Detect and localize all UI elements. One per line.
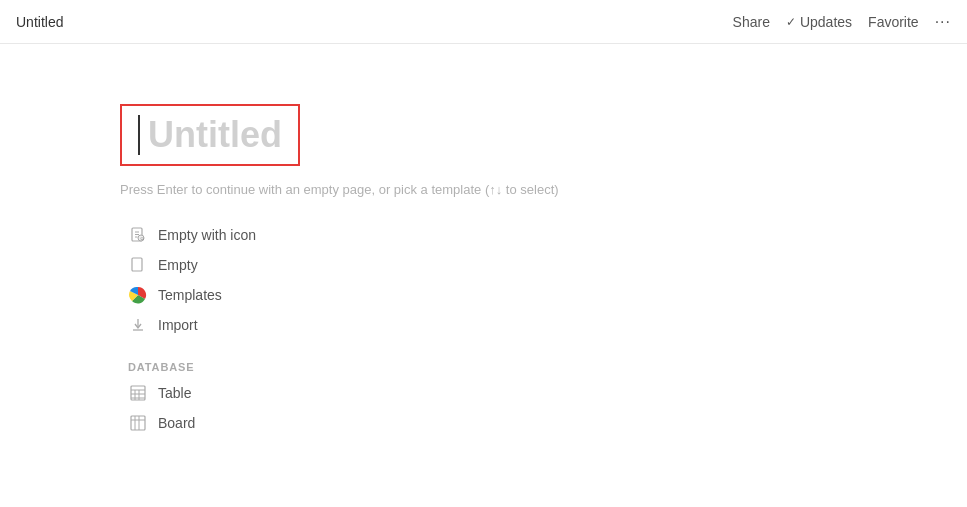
top-bar-right: Share ✓ Updates Favorite ··· bbox=[733, 13, 951, 31]
menu-item-empty-label: Empty bbox=[158, 257, 198, 273]
hint-text: Press Enter to continue with an empty pa… bbox=[120, 182, 559, 197]
import-icon bbox=[128, 315, 148, 335]
empty-doc-icon bbox=[128, 255, 148, 275]
top-bar-left: Untitled bbox=[16, 14, 63, 30]
menu-item-templates[interactable]: Templates bbox=[120, 281, 264, 309]
svg-rect-16 bbox=[131, 416, 145, 430]
title-wrapper: Untitled bbox=[120, 104, 300, 166]
more-options-button[interactable]: ··· bbox=[935, 13, 951, 31]
favorite-button[interactable]: Favorite bbox=[868, 14, 919, 30]
board-icon bbox=[128, 413, 148, 433]
page-title: Untitled bbox=[16, 14, 63, 30]
main-content: Untitled Press Enter to continue with an… bbox=[0, 44, 967, 445]
title-input[interactable]: Untitled bbox=[138, 114, 282, 156]
menu-item-empty-with-icon[interactable]: ☺ Empty with icon bbox=[120, 221, 264, 249]
svg-text:☺: ☺ bbox=[140, 235, 145, 241]
menu-item-templates-label: Templates bbox=[158, 287, 222, 303]
svg-rect-6 bbox=[132, 258, 142, 271]
menu-item-import-label: Import bbox=[158, 317, 198, 333]
top-bar: Untitled Share ✓ Updates Favorite ··· bbox=[0, 0, 967, 44]
doc-icon: ☺ bbox=[128, 225, 148, 245]
menu-item-import[interactable]: Import bbox=[120, 311, 264, 339]
menu-item-board-label: Board bbox=[158, 415, 195, 431]
menu-item-table-label: Table bbox=[158, 385, 191, 401]
templates-icon bbox=[128, 285, 148, 305]
title-placeholder: Untitled bbox=[148, 114, 282, 156]
menu-item-table[interactable]: Table bbox=[120, 379, 203, 407]
database-section: DATABASE Table bbox=[120, 347, 203, 445]
cursor bbox=[138, 115, 140, 155]
database-section-label: DATABASE bbox=[128, 361, 203, 373]
database-menu-list: Table Board bbox=[120, 379, 203, 437]
share-button[interactable]: Share bbox=[733, 14, 770, 30]
menu-item-empty[interactable]: Empty bbox=[120, 251, 264, 279]
menu-item-board[interactable]: Board bbox=[120, 409, 203, 437]
menu-item-empty-with-icon-label: Empty with icon bbox=[158, 227, 256, 243]
updates-button[interactable]: ✓ Updates bbox=[786, 14, 852, 30]
table-icon bbox=[128, 383, 148, 403]
check-icon: ✓ bbox=[786, 15, 796, 29]
template-menu-list: ☺ Empty with icon Empty bbox=[120, 221, 264, 339]
